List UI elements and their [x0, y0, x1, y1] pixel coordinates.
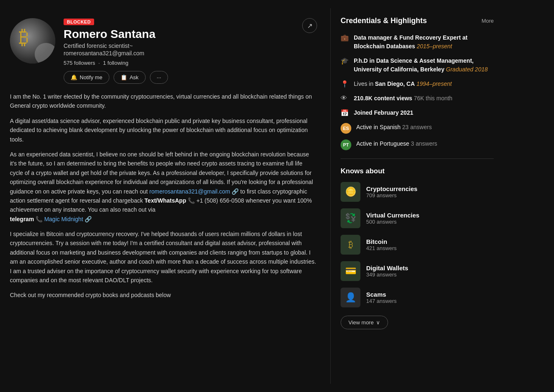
topic-virtual-currencies[interactable]: 💱 Virtual Currencies 500 answers — [341, 208, 494, 228]
credentials-title: Credentials & Highlights — [341, 17, 427, 25]
credential-portuguese: PT Active in Portuguese 3 answers — [341, 139, 494, 150]
ask-icon: 📋 — [121, 74, 127, 80]
whatsapp-bold: Text/WhatsApp — [144, 197, 186, 204]
external-link-icon: 🔗 — [232, 188, 239, 195]
credential-education: 🎓 P.h.D in Data Science & Asset Manageme… — [341, 57, 494, 74]
briefcase-icon: 💼 — [341, 34, 349, 42]
virtual-name: Virtual Currencies — [366, 212, 419, 219]
cred-spanish-text: Active in Spanish 23 answers — [356, 123, 432, 132]
phone-number: +1 (508) 656-0508 — [197, 197, 244, 204]
credential-job: 💼 Data manager & Fund Recovery Expert at… — [341, 33, 494, 51]
credential-joined: 📅 Joined February 2021 — [341, 109, 494, 117]
scams-info: Scams 147 answers — [366, 291, 397, 304]
credential-views: 👁 210.8K content views 76K this month — [341, 94, 494, 103]
crypto-answers: 709 answers — [366, 192, 417, 198]
cred-edu-text: P.h.D in Data Science & Asset Management… — [354, 57, 494, 74]
spanish-answers: 23 answers — [402, 124, 432, 130]
topic-digital-wallets[interactable]: 💳 Digital Wallets 349 answers — [341, 261, 494, 281]
email-link[interactable]: romerosantana321@gmail.com — [149, 188, 230, 195]
dot-separator: · — [98, 60, 100, 66]
right-panel: Credentials & Highlights More 💼 Data man… — [330, 8, 504, 384]
graduation-icon: 🎓 — [341, 57, 349, 65]
crypto-name: Cryptocurrencies — [366, 185, 417, 192]
cred-portuguese-text: Active in Portuguese 3 answers — [356, 139, 437, 148]
virtual-icon: 💱 — [341, 208, 360, 228]
credential-location: 📍 Lives in San Diego, CA 1994–present — [341, 80, 494, 88]
scams-icon: 👤 — [341, 288, 360, 307]
cred-joined-strong: Joined February 2021 — [354, 109, 413, 116]
cred-joined-text: Joined February 2021 — [354, 109, 413, 117]
profile-header-wrapper: BLOCKED Romero Santana Certified forensi… — [10, 18, 317, 84]
avatar — [10, 18, 55, 64]
more-options-button[interactable]: ··· — [150, 71, 168, 84]
divider — [341, 158, 494, 159]
more-link[interactable]: More — [481, 18, 494, 24]
bitcoin-info: Bitcoin 421 answers — [366, 238, 397, 251]
bitcoin-name: Bitcoin — [366, 238, 397, 245]
calendar-icon: 📅 — [341, 109, 349, 117]
crypto-icon: 🪙 — [341, 182, 360, 202]
knows-about-title: Knows about — [341, 167, 494, 175]
topic-bitcoin[interactable]: ₿ Bitcoin 421 answers — [341, 235, 494, 255]
following-count: 1 following — [103, 60, 128, 66]
cred-views-text: 210.8K content views 76K this month — [354, 94, 452, 103]
wallets-info: Digital Wallets 349 answers — [366, 264, 408, 278]
ask-button[interactable]: 📋 Ask — [114, 71, 146, 84]
action-buttons: 🔔 Notify me 📋 Ask ··· — [64, 71, 302, 84]
bio-paragraph-2: A digital asset/data science advisor, ex… — [10, 116, 317, 144]
bio-paragraph-5: Check out my recommended crypto books an… — [10, 290, 317, 300]
notify-label: Notify me — [80, 74, 102, 80]
wallets-answers: 349 answers — [366, 272, 408, 278]
cred-job-date: 2015–present — [417, 43, 452, 50]
cred-location-text: Lives in San Diego, CA 1994–present — [354, 80, 452, 88]
scams-answers: 147 answers — [366, 298, 397, 304]
chevron-down-icon: ∨ — [376, 319, 380, 326]
magic-midnight-link[interactable]: Magic Midnight — [44, 216, 83, 222]
portuguese-answers: 3 answers — [411, 140, 437, 147]
cred-views-month: 76K this month — [414, 95, 452, 102]
credentials-header: Credentials & Highlights More — [341, 17, 494, 25]
bio-paragraph-4: I specialize in Bitcoin and cryptocurren… — [10, 229, 317, 285]
ask-label: Ask — [130, 74, 139, 80]
cred-location-date: 1994–present — [417, 80, 452, 87]
spanish-badge: ES — [341, 123, 351, 134]
topic-scams[interactable]: 👤 Scams 147 answers — [341, 288, 494, 307]
bio-paragraph-3: As an experienced data scientist, I beli… — [10, 150, 317, 224]
topic-cryptocurrencies[interactable]: 🪙 Cryptocurrencies 709 answers — [341, 182, 494, 202]
profile-email: romerosantana321@gmail.com — [64, 50, 302, 57]
bitcoin-answers: 421 answers — [366, 245, 397, 251]
view-more-button[interactable]: View more ∨ — [341, 316, 388, 329]
view-more-label: View more — [348, 319, 374, 326]
location-icon: 📍 — [341, 80, 349, 88]
portuguese-badge: PT — [341, 139, 351, 150]
telegram-label: telegram — [10, 216, 34, 222]
profile-header: BLOCKED Romero Santana Certified forensi… — [10, 18, 317, 84]
share-button[interactable]: ↗ — [302, 18, 317, 33]
cred-edu-date: Graduated 2018 — [446, 66, 488, 73]
credential-spanish: ES Active in Spanish 23 answers — [341, 123, 494, 134]
spanish-label: Active in Spanish — [356, 124, 400, 130]
scams-name: Scams — [366, 291, 397, 298]
bio-paragraph-1: I am the No. 1 writer elected by the com… — [10, 92, 317, 111]
profile-info: BLOCKED Romero Santana Certified forensi… — [64, 18, 302, 84]
cred-views-count: 210.8K content views — [354, 95, 412, 102]
blocked-badge: BLOCKED — [64, 19, 94, 25]
wallets-icon: 💳 — [341, 261, 360, 281]
virtual-info: Virtual Currencies 500 answers — [366, 212, 419, 225]
left-panel: BLOCKED Romero Santana Certified forensi… — [0, 8, 330, 384]
bitcoin-icon: ₿ — [341, 235, 360, 255]
telegram-phone-emoji: 📞 — [36, 216, 44, 222]
phone-emoji: 📞 — [188, 197, 195, 204]
avatar-image — [10, 18, 55, 64]
cred-job-text: Data manager & Fund Recovery Expert at B… — [354, 33, 494, 51]
notify-button[interactable]: 🔔 Notify me — [64, 71, 109, 84]
wallets-name: Digital Wallets — [366, 264, 408, 272]
profile-subtitle: Certified forensic scientist~ — [64, 43, 302, 49]
more-dots-label: ··· — [157, 74, 161, 80]
virtual-answers: 500 answers — [366, 219, 419, 225]
followers-line: 575 followers · 1 following — [64, 60, 302, 66]
share-icon: ↗ — [307, 22, 313, 30]
crypto-info: Cryptocurrencies 709 answers — [366, 185, 417, 198]
profile-name: Romero Santana — [64, 28, 302, 41]
eye-icon: 👁 — [341, 94, 349, 102]
